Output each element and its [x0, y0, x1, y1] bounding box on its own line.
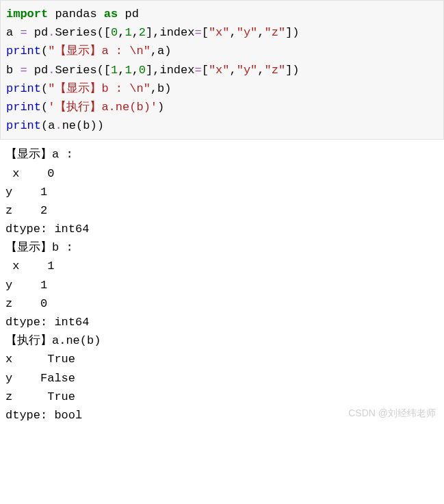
- code-line-3: print("【显示】a : \n",a): [6, 45, 171, 58]
- str-x: "x": [209, 26, 230, 39]
- rest: ,a): [151, 45, 172, 58]
- op-dot: .: [48, 26, 55, 39]
- str-y: "y": [237, 26, 258, 39]
- out-exec-header: 【执行】a.ne(b): [5, 334, 101, 347]
- method-ne: ne: [62, 119, 76, 132]
- rest: ): [157, 101, 164, 114]
- obj-pd: pd: [34, 26, 48, 39]
- paren-close: ]): [285, 26, 299, 39]
- var-a: a: [6, 26, 20, 39]
- fn-print: print: [6, 119, 41, 132]
- param-index: ],index: [146, 26, 194, 39]
- str-z: "z": [265, 26, 286, 39]
- comma: ,: [257, 26, 264, 39]
- bracket-open: [: [202, 64, 209, 77]
- comma: ,: [132, 64, 139, 77]
- comma: ,: [118, 26, 125, 39]
- num-1: 1: [125, 64, 131, 77]
- num-0: 0: [139, 64, 146, 77]
- out-a-x: x 0: [5, 167, 54, 180]
- module-name: pandas: [48, 8, 104, 21]
- bracket-open: [: [202, 26, 209, 39]
- comma: ,: [118, 64, 125, 77]
- paren-open: (: [41, 101, 48, 114]
- paren-open: ([: [97, 26, 111, 39]
- code-line-4: b = pd.Series([1,1,0],index=["x","y","z"…: [6, 64, 300, 77]
- str-show-a: "【显示】a : \n": [48, 45, 151, 58]
- out-a-z: z 2: [5, 204, 47, 217]
- out-a-dtype: dtype: int64: [5, 223, 89, 236]
- str-z: "z": [265, 64, 286, 77]
- rest: ,b): [151, 82, 172, 95]
- code-line-6: print('【执行】a.ne(b)'): [6, 101, 164, 114]
- alias: pd: [118, 8, 139, 21]
- paren-open: (: [41, 45, 48, 58]
- paren-open: (a: [41, 119, 55, 132]
- var-b: b: [6, 64, 20, 77]
- fn-print: print: [6, 45, 41, 58]
- out-b-dtype: dtype: int64: [5, 316, 89, 329]
- out-a-y: y 1: [5, 186, 47, 199]
- fn-series: Series: [55, 26, 96, 39]
- out-e-x: x True: [5, 353, 75, 366]
- out-a-header: 【显示】a :: [5, 148, 73, 161]
- obj-pd: pd: [34, 64, 48, 77]
- code-block: import pandas as pd a = pd.Series([0,1,2…: [0, 0, 444, 140]
- op-assign: =: [20, 26, 34, 39]
- paren-close: (b)): [76, 119, 104, 132]
- op-dot: .: [48, 64, 55, 77]
- num-2: 2: [139, 26, 146, 39]
- op-dot: .: [55, 119, 62, 132]
- code-line-1: import pandas as pd: [6, 8, 139, 21]
- comma: ,: [132, 26, 139, 39]
- code-line-2: a = pd.Series([0,1,2],index=["x","y","z"…: [6, 26, 300, 39]
- code-line-7: print(a.ne(b)): [6, 119, 104, 132]
- op-assign: =: [194, 64, 201, 77]
- num-1: 1: [111, 64, 118, 77]
- keyword-import: import: [6, 8, 48, 21]
- str-show-b: "【显示】b : \n": [48, 82, 151, 95]
- op-assign: =: [194, 26, 201, 39]
- out-b-header: 【显示】b :: [5, 241, 73, 254]
- out-b-z: z 0: [5, 297, 47, 310]
- keyword-as: as: [104, 8, 118, 21]
- fn-print: print: [6, 101, 41, 114]
- out-e-dtype: dtype: bool: [5, 409, 82, 422]
- str-exec: '【执行】a.ne(b)': [48, 101, 157, 114]
- fn-series: Series: [55, 64, 96, 77]
- num-1: 1: [125, 26, 131, 39]
- paren-open: (: [41, 82, 48, 95]
- str-y: "y": [237, 64, 258, 77]
- num-0: 0: [111, 26, 118, 39]
- paren-close: ]): [285, 64, 299, 77]
- paren-open: ([: [97, 64, 111, 77]
- comma: ,: [230, 64, 237, 77]
- code-line-5: print("【显示】b : \n",b): [6, 82, 171, 95]
- out-b-x: x 1: [5, 260, 54, 273]
- fn-print: print: [6, 82, 41, 95]
- out-e-z: z True: [5, 390, 75, 403]
- param-index: ],index: [146, 64, 194, 77]
- out-b-y: y 1: [5, 279, 47, 292]
- comma: ,: [230, 26, 237, 39]
- str-x: "x": [209, 64, 230, 77]
- out-e-y: y False: [5, 372, 75, 385]
- comma: ,: [257, 64, 264, 77]
- op-assign: =: [20, 64, 34, 77]
- output-block: 【显示】a : x 0 y 1 z 2 dtype: int64 【显示】b :…: [0, 142, 444, 427]
